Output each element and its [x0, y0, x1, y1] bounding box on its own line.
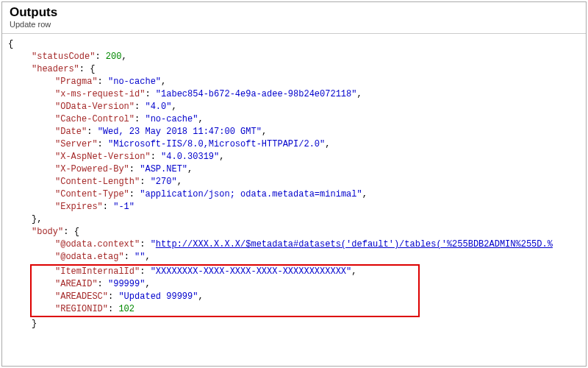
val-xms: "1abec854-b672-4e9a-adee-98b24e072118" — [156, 89, 357, 99]
key-itemid: "ItemInternalId" — [55, 266, 140, 277]
val-cache: "no-cache" — [145, 114, 198, 124]
val-ctype: "application/json; odata.metadata=minima… — [140, 189, 362, 199]
val-regionid: 102 — [118, 304, 135, 314]
outputs-panel: Outputs Update row { "statusCode": 200, … — [1, 1, 587, 367]
key-aspnet: "X-AspNet-Version" — [55, 152, 151, 162]
key-statuscode: "statusCode" — [32, 52, 95, 62]
val-itemid: "XXXXXXXX-XXXX-XXXX-XXXX-XXXXXXXXXXXX" — [151, 266, 352, 277]
brace-open: { — [8, 39, 13, 49]
key-xms: "x-ms-request-id" — [55, 89, 145, 99]
brace-close: }, — [32, 214, 42, 224]
key-areadesc: "AREADESC" — [55, 291, 108, 302]
key-powered: "X-Powered-By" — [55, 164, 129, 174]
key-expires: "Expires" — [55, 202, 103, 212]
key-odataver: "OData-Version" — [55, 102, 135, 112]
comma: , — [121, 52, 126, 62]
val-statuscode: 200 — [106, 52, 122, 62]
panel-header: Outputs Update row — [2, 2, 586, 34]
panel-subtitle: Update row — [10, 20, 578, 29]
val-odatactx-link[interactable]: http://XXX.X.X.X/$metadata#datasets('def… — [156, 239, 553, 250]
key-headers: "headers" — [32, 64, 79, 74]
brace-close: } — [32, 319, 37, 329]
colon: : — [79, 64, 90, 74]
val-clen: "270" — [151, 177, 177, 187]
val-areaid: "99999" — [108, 279, 145, 289]
panel-title: Outputs — [10, 5, 578, 20]
key-areaid: "AREAID" — [55, 279, 98, 289]
key-clen: "Content-Length" — [55, 177, 140, 187]
key-body: "body" — [32, 227, 63, 237]
val-odataetag: "" — [135, 252, 145, 262]
key-cache: "Cache-Control" — [55, 114, 135, 124]
val-server: "Microsoft-IIS/8.0,Microsoft-HTTPAPI/2.0… — [108, 139, 325, 149]
val-date: "Wed, 23 May 2018 11:47:00 GMT" — [98, 127, 262, 137]
val-pragma: "no-cache" — [108, 77, 161, 87]
highlight-box: "ItemInternalId": "XXXXXXXX-XXXX-XXXX-XX… — [30, 264, 420, 317]
val-aspnet: "4.0.30319" — [161, 152, 219, 162]
val-areadesc: "Updated 99999" — [118, 291, 198, 302]
brace-open: { — [90, 64, 95, 74]
val-odatactx-quote: " — [151, 239, 156, 250]
key-regionid: "REGIONID" — [55, 304, 108, 314]
key-ctype: "Content-Type" — [55, 189, 129, 199]
key-pragma: "Pragma" — [55, 77, 98, 87]
key-server: "Server" — [55, 139, 98, 149]
val-odataver: "4.0" — [145, 102, 171, 112]
val-powered: "ASP.NET" — [140, 164, 187, 174]
key-date: "Date" — [55, 127, 87, 137]
brace-open: { — [74, 227, 79, 237]
key-odataetag: "@odata.etag" — [55, 252, 124, 262]
key-odatactx: "@odata.context" — [55, 239, 140, 250]
colon: : — [95, 52, 105, 62]
val-expires: "-1" — [113, 202, 135, 212]
json-output: { "statusCode": 200, "headers": { "Pragm… — [2, 34, 586, 336]
